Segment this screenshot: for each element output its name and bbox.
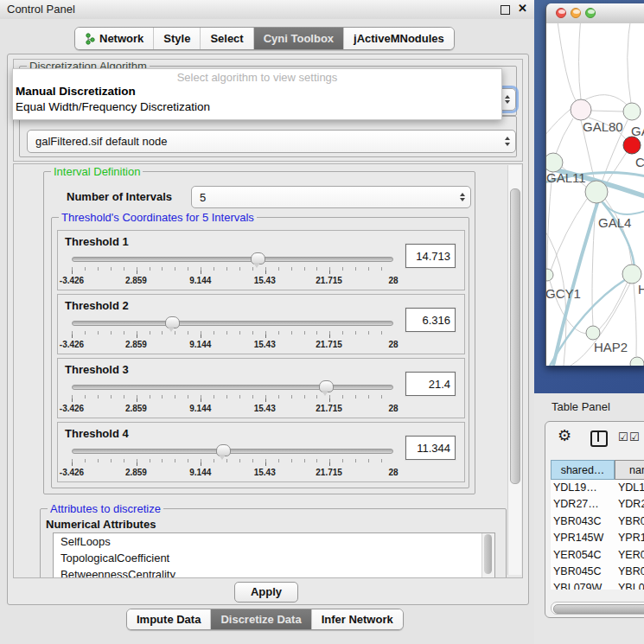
network-window-titlebar[interactable] (546, 3, 644, 24)
split-columns-icon[interactable] (590, 430, 608, 447)
tab-impute-data[interactable]: Impute Data (127, 609, 210, 629)
minimize-traffic-light[interactable] (571, 8, 581, 18)
tab-jactivemnodules-label: jActiveMNodules (354, 28, 444, 49)
threshold-2-box: Threshold 2 -3.4262.8599.14415.4321.7152… (57, 294, 465, 354)
popup-option-equal-width[interactable]: Equal Width/Frequency Discretization (16, 100, 210, 113)
slider-thumb[interactable] (319, 380, 334, 392)
cell: YDL1 (618, 481, 644, 494)
table-horizontal-scrollbar[interactable] (551, 602, 644, 615)
cell: YBL0 (618, 582, 644, 590)
threshold-1-slider[interactable]: -3.4262.8599.14415.4321.71528 (72, 257, 393, 286)
checkbox-icon[interactable]: ☑ (618, 430, 628, 443)
checkbox-icon[interactable]: ☑ (629, 430, 640, 443)
apply-button[interactable]: Apply (234, 582, 298, 603)
tick-label: 9.144 (189, 276, 211, 285)
tick-label: 28 (388, 468, 398, 477)
slider-thumb[interactable] (165, 316, 180, 328)
attributes-group: Attributes to discretize Numerical Attri… (40, 508, 507, 578)
network-node[interactable] (546, 269, 553, 281)
tick-label: -3.426 (60, 468, 84, 477)
network-canvas[interactable]: GAL80 GA C GAL11 GAL4 GCY1 H HAP2 (546, 23, 644, 366)
slider-track (72, 257, 393, 262)
network-node[interactable] (586, 326, 600, 340)
tab-network-label: Network (99, 28, 143, 49)
table-row[interactable]: YBL079WYBL0 (551, 580, 644, 590)
tab-network[interactable]: Network (75, 28, 153, 49)
network-node-selected-red[interactable] (623, 137, 641, 154)
close-traffic-light[interactable] (556, 8, 566, 18)
tick-label: 21.715 (316, 468, 342, 477)
zoom-traffic-light[interactable] (585, 8, 596, 18)
cell: YDR2 (618, 498, 644, 510)
cytoscape-desktop: GAL80 GA C GAL11 GAL4 GCY1 H HAP2 (534, 0, 644, 393)
network-node[interactable] (630, 357, 644, 366)
network-node[interactable] (622, 265, 641, 284)
tick-label: -3.426 (60, 404, 84, 413)
network-node[interactable] (585, 181, 608, 203)
cell: YBR045C (553, 565, 602, 577)
table-data-combobox[interactable]: galFiltered.sif default node (27, 130, 516, 153)
table-panel-title: Table Panel (552, 400, 610, 413)
cell: YDL19… (553, 481, 597, 494)
network-nodes (546, 99, 644, 366)
tab-discretize-data[interactable]: Discretize Data (210, 609, 310, 629)
control-panel-title: Control Panel (7, 3, 75, 16)
list-item[interactable]: TopologicalCoefficient (54, 550, 494, 566)
cell: YBL079W (553, 582, 602, 590)
bottom-tabs: Impute Data Discretize Data Infer Networ… (126, 609, 404, 630)
tab-cyni-toolbox[interactable]: Cyni Toolbox (253, 28, 343, 49)
threshold-3-slider[interactable]: -3.4262.8599.14415.4321.71528 (72, 385, 393, 414)
tab-select[interactable]: Select (200, 28, 252, 49)
panel-vertical-scrollbar[interactable] (507, 165, 521, 575)
network-node[interactable] (546, 153, 563, 172)
combo-stepper-icon (455, 193, 470, 202)
slider-thumb[interactable] (216, 444, 231, 456)
column-header-name[interactable]: name (615, 460, 644, 480)
tab-infer-network[interactable]: Infer Network (311, 609, 403, 629)
threshold-4-value-field[interactable]: 11.344 (405, 436, 456, 460)
tick-label: 28 (388, 340, 398, 349)
table-panel-region: Table Panel ⚙ ☑ ☑ shared… name YDL19…YDL… (534, 393, 644, 644)
table-row[interactable]: YDR27…YDR2 (551, 496, 644, 513)
table-row[interactable]: YER054CYER0 (551, 547, 644, 564)
list-scrollbar[interactable] (481, 533, 494, 578)
network-graph: GAL80 GA C GAL11 GAL4 GCY1 H HAP2 (546, 23, 644, 366)
gear-icon[interactable]: ⚙ (558, 426, 571, 445)
slider-tick-labels: -3.4262.8599.14415.4321.71528 (72, 404, 393, 414)
float-window-icon[interactable] (501, 5, 510, 15)
node-label-partial-ga: GA (631, 124, 644, 138)
column-header-shared-name[interactable]: shared… (551, 460, 615, 480)
table-row[interactable]: YDL19…YDL1 (551, 480, 644, 496)
threshold-2-value-field[interactable]: 6.316 (405, 308, 456, 332)
cell: YER054C (553, 549, 602, 561)
threshold-2-label: Threshold 2 (65, 299, 129, 312)
attributes-group-label: Attributes to discretize (48, 502, 163, 515)
popup-option-manual-discretization[interactable]: Manual Discretization (16, 85, 136, 98)
threshold-1-label: Threshold 1 (65, 235, 129, 248)
top-tab-strip: Network Style Select Cyni Toolbox jActiv… (0, 19, 534, 54)
threshold-2-slider[interactable]: -3.4262.8599.14415.4321.71528 (72, 321, 393, 350)
table-row[interactable]: YPR145WYPR1 (551, 530, 644, 546)
list-item[interactable]: SelfLoops (54, 533, 494, 550)
node-label-partial-c: C (635, 155, 644, 169)
network-node[interactable] (571, 99, 591, 120)
tab-style[interactable]: Style (153, 28, 200, 49)
list-item[interactable]: BetweennessCentrality (54, 566, 494, 578)
table-row[interactable]: YBR045CYBR0 (551, 564, 644, 580)
network-view-window[interactable]: GAL80 GA C GAL11 GAL4 GCY1 H HAP2 (545, 3, 644, 366)
number-of-intervals-label: Number of Intervals (67, 190, 172, 203)
table-header-row: shared… name (551, 460, 644, 480)
table-data-combobox-value: galFiltered.sif default node (28, 135, 500, 148)
slider-thumb[interactable] (251, 252, 265, 265)
close-icon[interactable]: ✕ (518, 2, 527, 15)
numerical-attributes-list[interactable]: SelfLoops TopologicalCoefficient Between… (53, 532, 495, 578)
node-label-partial-h: H (638, 282, 644, 296)
threshold-3-value-field[interactable]: 21.4 (405, 372, 456, 396)
interval-definition-group: Interval Definition Number of Intervals … (43, 171, 475, 494)
threshold-4-slider[interactable]: -3.4262.8599.14415.4321.71528 (72, 449, 393, 478)
number-of-intervals-combobox[interactable]: 5 (191, 186, 471, 208)
table-row[interactable]: YBR043CYBR0 (551, 513, 644, 530)
tab-jactivemnodules[interactable]: jActiveMNodules (343, 28, 454, 49)
threshold-1-value-field[interactable]: 14.713 (405, 244, 456, 268)
network-node[interactable] (623, 103, 641, 120)
